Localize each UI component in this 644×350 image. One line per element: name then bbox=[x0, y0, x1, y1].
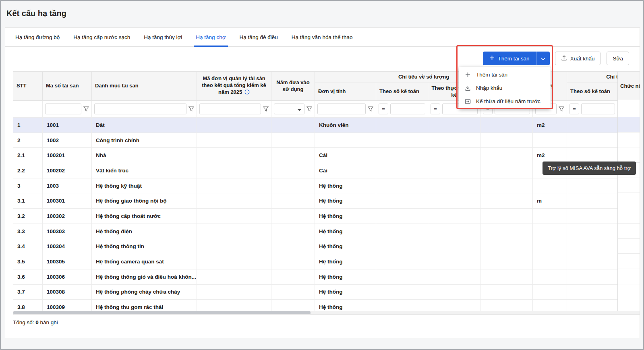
col-header-unit-code-2025[interactable]: Mã đơn vị quản lý tài sản theo kết quả t… bbox=[197, 72, 271, 101]
col-header-asset-code[interactable]: Mã số tài sản bbox=[43, 72, 92, 101]
cell-difference bbox=[480, 193, 533, 209]
table-row[interactable]: 3.3 100303 Hệ thống điện Hệ thống bbox=[13, 224, 640, 239]
cell-difference bbox=[480, 224, 533, 239]
table-row[interactable]: 1 1001 Đất Khuôn viên m2 bbox=[13, 118, 640, 133]
cell-per-accounting bbox=[376, 118, 428, 133]
unit-code-filter-input[interactable] bbox=[199, 104, 261, 114]
app-window: Kết cấu hạ tầng Hạ tầng đường bộ Hạ tầng… bbox=[0, 0, 644, 350]
tab-ha-tang-thuy-loi[interactable]: Hạ tầng thủy lợi bbox=[137, 28, 189, 46]
filter-icon[interactable] bbox=[188, 106, 194, 112]
cell-unit-code bbox=[197, 224, 271, 239]
actions-pinned-column: Chức năng bbox=[617, 71, 640, 315]
filter-icon[interactable] bbox=[83, 106, 89, 112]
equals-operator[interactable]: = bbox=[431, 104, 440, 114]
cell-actions bbox=[618, 133, 640, 148]
per-accounting-filter-input[interactable] bbox=[390, 104, 425, 114]
cell-asset-category: Hệ thống camera quan sát bbox=[92, 254, 197, 269]
add-asset-dropdown-toggle[interactable] bbox=[536, 52, 550, 65]
col-header-year-in-use[interactable]: Năm đưa vào sử dụng bbox=[271, 72, 315, 101]
cell-per-accounting2 bbox=[567, 269, 618, 284]
cell-stt: 3.7 bbox=[13, 284, 43, 300]
export-button[interactable]: Xuất khẩu bbox=[555, 52, 601, 65]
cell-unit-code bbox=[197, 163, 271, 178]
edit-button[interactable]: Sửa bbox=[607, 52, 629, 65]
add-asset-split-button: Thêm tài sản bbox=[483, 52, 550, 65]
table-row[interactable]: 2.1 100201 Nhà Cái m2 bbox=[13, 148, 640, 163]
asset-category-filter-input[interactable] bbox=[94, 104, 186, 114]
caret-down-icon bbox=[298, 106, 301, 113]
cell-actions bbox=[618, 178, 640, 193]
cell-unit bbox=[315, 133, 376, 148]
cell-year bbox=[271, 133, 315, 148]
table-row[interactable]: 3.4 100304 Hệ thống thông tin Hệ thống bbox=[13, 239, 640, 254]
col-header-per-accounting[interactable]: Theo số kế toán bbox=[376, 83, 428, 101]
table-row[interactable]: 3.7 100308 Hệ thống phòng cháy chữa cháy… bbox=[13, 284, 640, 300]
cell-year bbox=[271, 209, 315, 224]
cell-asset-code: 100201 bbox=[43, 148, 92, 163]
cell-asset-category: Công trình chính bbox=[92, 133, 197, 148]
filter-icon[interactable] bbox=[559, 106, 564, 112]
tab-ha-tang-de-dieu[interactable]: Hạ tầng đê điều bbox=[233, 28, 285, 46]
asset-code-filter-input[interactable] bbox=[45, 104, 81, 114]
equals-operator[interactable]: = bbox=[569, 104, 579, 114]
cell-asset-code: 100306 bbox=[43, 269, 92, 284]
year-filter-select[interactable] bbox=[274, 104, 304, 114]
cell-per-inventory bbox=[428, 118, 480, 133]
tab-ha-tang-cho[interactable]: Hạ tầng chợ bbox=[189, 28, 232, 46]
cell-per-accounting bbox=[376, 133, 428, 148]
equals-operator[interactable]: = bbox=[379, 104, 388, 114]
cell-per-accounting2 bbox=[567, 148, 618, 163]
export-icon bbox=[561, 55, 567, 62]
table-row[interactable]: 3.1 100301 Hệ thống giao thông nội bộ Hệ… bbox=[13, 193, 640, 209]
cell-asset-category: Vật kiến trúc bbox=[92, 163, 197, 178]
cell-stt: 3.1 bbox=[13, 193, 43, 209]
horizontal-scrollbar-thumb[interactable] bbox=[13, 311, 311, 315]
cell-actions bbox=[618, 117, 640, 133]
col-header-per-accounting2[interactable]: Theo số kế toán bbox=[567, 83, 618, 101]
table-row[interactable]: 3.2 100302 Hệ thống cấp thoát nước Hệ th… bbox=[13, 209, 640, 224]
cell-unit: Hệ thống bbox=[315, 178, 376, 193]
cell-unit-code bbox=[197, 148, 271, 163]
filter-icon[interactable] bbox=[306, 106, 312, 112]
cell-stt: 1 bbox=[13, 118, 43, 133]
cell-stt: 3.5 bbox=[13, 254, 43, 269]
menu-item-them-tai-san[interactable]: Thêm tài sản bbox=[459, 68, 551, 81]
table-row[interactable]: 3 1003 Hệ thống kỹ thuật Hệ thống bbox=[13, 178, 640, 193]
table-row[interactable]: 3.6 100306 Hệ thống thông gió và điều ho… bbox=[13, 269, 640, 284]
menu-item-ke-thua-du-lieu[interactable]: Kế thừa dữ liệu năm trước bbox=[459, 95, 551, 108]
unit-filter-input[interactable] bbox=[317, 104, 366, 114]
cell-per-accounting2 bbox=[567, 133, 618, 148]
tab-ha-tang-van-hoa-the-thao[interactable]: Hạ tầng văn hóa thể thao bbox=[285, 28, 360, 46]
cell-actions bbox=[618, 284, 640, 300]
cell-actions bbox=[618, 224, 640, 239]
cell-per-accounting2 bbox=[567, 118, 618, 133]
cell-per-inventory bbox=[428, 284, 480, 300]
add-asset-button[interactable]: Thêm tài sản bbox=[483, 52, 536, 65]
tab-ha-tang-duong-bo[interactable]: Hạ tầng đường bộ bbox=[8, 28, 66, 46]
cell-per-accounting bbox=[376, 254, 428, 269]
col-header-asset-category[interactable]: Danh mục tài sản bbox=[92, 72, 197, 101]
cell-stt: 3.4 bbox=[13, 239, 43, 254]
table-row[interactable]: 3.5 100305 Hệ thống camera quan sát Hệ t… bbox=[13, 254, 640, 269]
cell-asset-category: Nhà bbox=[92, 148, 197, 163]
cell-year bbox=[271, 224, 315, 239]
per-accounting2-filter-input[interactable] bbox=[581, 104, 615, 114]
col-header-stt[interactable]: STT bbox=[13, 72, 43, 101]
plus-icon bbox=[489, 55, 495, 62]
cell-unit: Cái bbox=[315, 148, 376, 163]
filter-cell-per-accounting2: = bbox=[567, 101, 618, 118]
cell-per-inventory bbox=[428, 224, 480, 239]
record-count: Tổng số: 0 bản ghi bbox=[13, 319, 58, 325]
filter-icon[interactable] bbox=[368, 106, 373, 112]
info-icon[interactable] bbox=[244, 89, 250, 97]
cell-asset-code: 100302 bbox=[43, 209, 92, 224]
col-header-unit[interactable]: Đơn vị tính bbox=[315, 83, 376, 101]
filter-cell-year bbox=[271, 101, 315, 118]
table-row[interactable]: 2 1002 Công trình chính bbox=[13, 133, 640, 148]
cell-per-accounting2 bbox=[567, 178, 618, 193]
tab-ha-tang-cap-nuoc-sach[interactable]: Hạ tầng cấp nước sạch bbox=[66, 28, 137, 46]
cell-asset-category: Hệ thống kỹ thuật bbox=[92, 178, 197, 193]
cell-unit: Hệ thống bbox=[315, 193, 376, 209]
filter-icon[interactable] bbox=[263, 106, 269, 112]
menu-item-nhap-khau[interactable]: Nhập khẩu bbox=[459, 81, 551, 95]
